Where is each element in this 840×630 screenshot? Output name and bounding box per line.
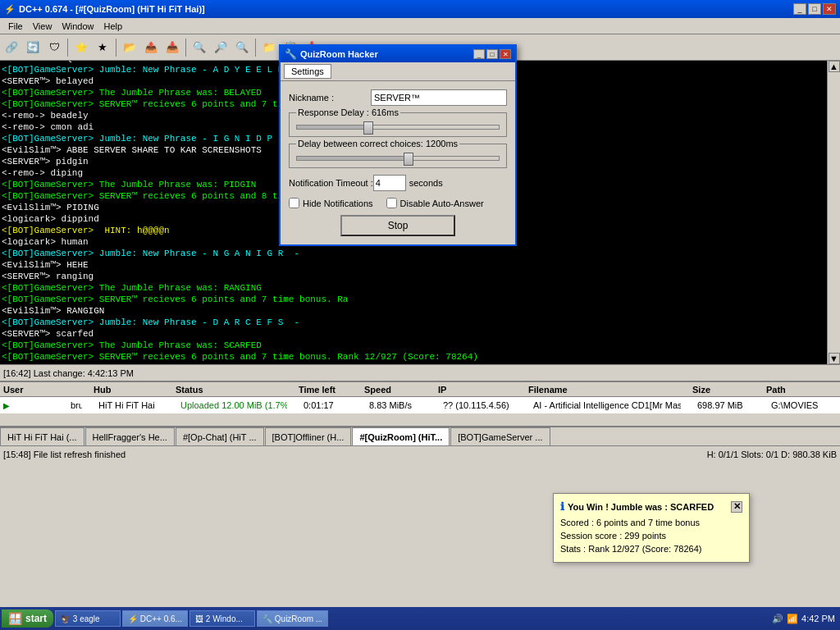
menu-file[interactable]: File <box>3 20 28 33</box>
nickname-row: Nickname : <box>289 89 507 106</box>
toolbar-connect[interactable]: 🔗 <box>2 38 21 57</box>
menu-help[interactable]: Help <box>99 20 128 33</box>
col-size: Size <box>692 385 750 395</box>
dcpp-icon: ⚡ <box>128 614 138 623</box>
notification-line-1: Session score : 299 points <box>560 529 742 542</box>
tab-quizroom[interactable]: #[QuizRoom] (HiT... <box>352 427 450 445</box>
tab-op-chat[interactable]: #[Op-Chat] (HiT ... <box>176 427 264 445</box>
chat-line: <[BOT]GameServer> The Jumble Phrase was:… <box>2 340 825 351</box>
nickname-label: Nickname : <box>289 93 371 103</box>
toolbar-in[interactable]: 📥 <box>162 38 182 57</box>
delay-between-slider-track <box>296 156 500 161</box>
dialog-checkboxes: Hide Notifications Disable Auto-Answer <box>289 198 507 208</box>
col-path: Path <box>766 385 832 395</box>
dialog-close-btn[interactable]: ✕ <box>500 49 511 59</box>
response-delay-thumb[interactable] <box>363 121 373 135</box>
notification-line-2: Stats : Rank 12/927 (Score: 78264) <box>560 542 742 555</box>
notification-title-bar: ℹ You Win ! Jumble was : SCARFED ✕ <box>560 500 742 513</box>
toolbar-fav2[interactable]: ★ <box>93 38 112 57</box>
tab-hit-hi-fit-hai[interactable]: HiT Hi FiT Hai (... <box>0 427 84 445</box>
dialog-title-text: QuizRoom Hacker <box>300 49 378 59</box>
toolbar-shield[interactable]: 🛡 <box>44 38 64 57</box>
disable-auto-answer-label: Disable Auto-Answer <box>400 199 484 208</box>
start-label: start <box>25 613 47 624</box>
dialog-restore-btn[interactable]: □ <box>486 49 498 59</box>
app-icon: ⚡ <box>4 4 16 15</box>
taskbar-eagle[interactable]: 🦅 3 eagle <box>55 610 121 627</box>
chat-line: <[BOT]GameServer> Jumble: New Phrase - D… <box>2 317 825 328</box>
col-filename: Filename <box>528 385 676 395</box>
quizroom-dialog: 🔧 QuizRoom Hacker _ □ ✕ Settings Nicknam… <box>279 44 517 246</box>
response-delay-fill <box>297 126 368 129</box>
col-ip: IP <box>438 385 512 395</box>
title-bar: ⚡ DC++ 0.674 - [#[QuizRoom] (HiT Hi FiT … <box>0 0 840 18</box>
dialog-body: Nickname : Response Delay : 616ms Delay … <box>281 81 515 244</box>
taskbar-quizroom-label: QuizRoom ... <box>275 614 322 623</box>
hide-notifications-checkbox[interactable]: Hide Notifications <box>289 198 373 208</box>
toolbar-folder[interactable]: 📁 <box>259 38 279 57</box>
taskbar-dcpp-label: DC++ 0.6... <box>140 614 182 623</box>
chat-line: <SERVER™> scarfed <box>2 328 825 340</box>
tab-bot-offliner[interactable]: [BOT]Offliner (H... <box>265 427 352 445</box>
bottom-status-text: [15:48] File list refresh finished <box>3 450 126 459</box>
taskbar-time: 4:42 PM <box>801 614 835 623</box>
windows-logo: 🪟 <box>8 612 22 625</box>
notification-title-text: You Win ! Jumble was : SCARFED <box>568 502 714 512</box>
start-button[interactable]: 🪟 start <box>2 609 53 628</box>
response-delay-group: Response Delay : 616ms <box>289 112 507 137</box>
stop-button[interactable]: Stop <box>340 215 455 236</box>
toolbar-dl[interactable]: 📂 <box>120 38 139 57</box>
hide-notifications-check[interactable] <box>289 198 299 208</box>
dialog-minimize-btn[interactable]: _ <box>473 49 485 59</box>
delay-between-fill <box>297 157 408 160</box>
nickname-input[interactable] <box>371 89 507 106</box>
chat-line: <EvilSlim™> RANGIGN <box>2 305 825 317</box>
tab-bot-gameserver[interactable]: [BOT]GameServer ... <box>450 427 550 445</box>
minimize-button[interactable]: _ <box>793 3 806 15</box>
notification-timeout-unit: seconds <box>409 178 443 188</box>
dialog-title-bar: 🔧 QuizRoom Hacker _ □ ✕ <box>281 46 515 62</box>
close-button[interactable]: ✕ <box>823 3 836 15</box>
delay-between-thumb[interactable] <box>404 153 413 166</box>
response-delay-slider-track <box>296 125 500 130</box>
taskbar-windows[interactable]: 🖼 2 Windo... <box>189 610 255 627</box>
dialog-tabs: Settings <box>281 62 515 81</box>
chat-line: <[BOT]GameServer> Jumble: New Phrase - N… <box>2 248 825 259</box>
chat-line: <[BOT]GameServer> SERVER™ recieves 6 poi… <box>2 351 825 363</box>
taskbar-dcpp[interactable]: ⚡ DC++ 0.6... <box>122 610 188 627</box>
tab-bar: HiT Hi FiT Hai (... HellFragger's He... … <box>0 426 840 445</box>
transfer-speed: 8.83 MiB/s <box>369 400 427 410</box>
col-user: User <box>3 385 77 395</box>
taskbar-right: 🔊 📶 4:42 PM <box>772 614 838 624</box>
chat-scrollbar[interactable]: ▲ ▼ <box>827 61 840 364</box>
transfer-status: Uploaded 12.00 MiB (1.7%) <box>180 400 287 410</box>
maximize-button[interactable]: □ <box>808 3 821 15</box>
toolbar-fav1[interactable]: ⭐ <box>71 38 91 57</box>
dialog-tab-settings[interactable]: Settings <box>284 64 331 79</box>
user-icon: ▶ <box>3 401 69 410</box>
windows-icon: 🖼 <box>195 614 203 623</box>
toolbar-search3[interactable]: 🔍 <box>232 38 252 57</box>
bottom-status-info: H: 0/1/1 Slots: 0/1 D: 980.38 KiB <box>707 450 837 459</box>
menu-view[interactable]: View <box>28 20 57 33</box>
delay-between-group: Delay between correct choices: 1200ms <box>289 144 507 168</box>
toolbar-up[interactable]: 📤 <box>141 38 161 57</box>
chat-status-text: [16:42] Last change: 4:42:13 PM <box>3 368 134 378</box>
transfer-hub: HiT Hi FiT Hai <box>98 400 164 410</box>
tab-hellfragger[interactable]: HellFragger's He... <box>85 427 175 445</box>
toolbar-search2[interactable]: 🔎 <box>211 38 231 57</box>
toolbar-search1[interactable]: 🔍 <box>189 38 209 57</box>
toolbar-refresh[interactable]: 🔄 <box>23 38 43 57</box>
notification-close-btn[interactable]: ✕ <box>731 501 742 513</box>
taskbar-quizroom[interactable]: 🔧 QuizRoom ... <box>257 610 328 627</box>
col-hub: Hub <box>94 385 159 395</box>
transfer-size: 698.97 MiB <box>697 400 755 410</box>
disable-auto-answer-check[interactable] <box>386 198 397 208</box>
disable-auto-answer-checkbox[interactable]: Disable Auto-Answer <box>386 198 484 208</box>
menu-window[interactable]: Window <box>57 20 98 33</box>
notification-timeout-input[interactable] <box>373 175 406 191</box>
bottom-status-bar: [15:48] File list refresh finished H: 0/… <box>0 445 840 462</box>
quizroom-icon: 🔧 <box>262 614 272 623</box>
chat-line: <[BOT]GameServer> SERVER™ recieves 6 poi… <box>2 294 825 305</box>
notification-timeout-row: Notification Timeout : seconds <box>289 175 507 191</box>
